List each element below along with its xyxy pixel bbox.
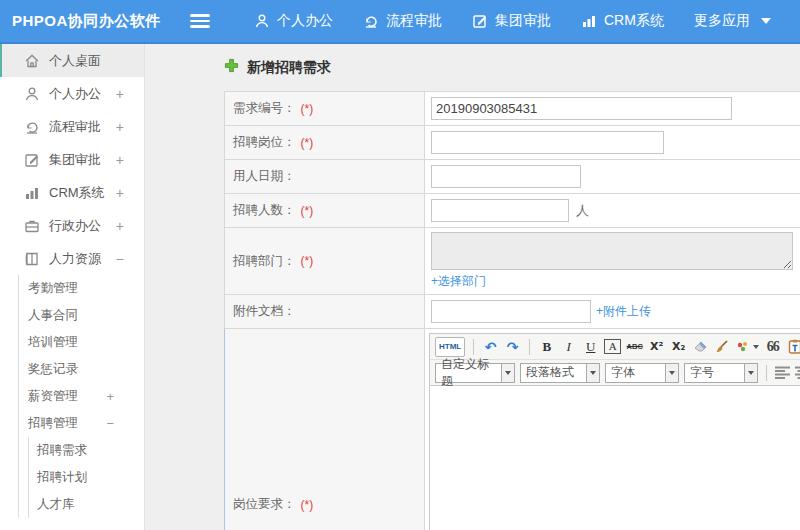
paragraph-format-dropdown[interactable]: 段落格式 (520, 363, 600, 383)
sidebar-item-recruit-plan[interactable]: 招聘计划 (29, 464, 144, 491)
nav-crm-system[interactable]: CRM系统 (573, 12, 672, 30)
sidebar-item-group-approval[interactable]: 集团审批 + (0, 143, 144, 176)
subscript-button[interactable]: X₂ (670, 337, 687, 357)
sidebar-item-label: 集团审批 (49, 151, 116, 169)
expand-plus-icon[interactable]: + (116, 152, 144, 168)
sidebar-item-label: CRM系统 (49, 184, 116, 202)
sidebar-item-label: 人力资源 (49, 250, 116, 268)
html-source-button[interactable]: HTML (435, 337, 465, 357)
redo-button[interactable]: ↷ (504, 337, 521, 357)
sidebar-item-reward-punishment[interactable]: 奖惩记录 (19, 356, 144, 383)
editor-toolbar-row2: 自定义标题 段落格式 字体 (430, 360, 800, 386)
format-brush-icon[interactable] (714, 337, 731, 357)
sidebar-item-label: 个人桌面 (49, 52, 144, 70)
paste-text-icon[interactable] (786, 337, 800, 357)
add-plus-icon (224, 58, 239, 77)
custom-title-dropdown[interactable]: 自定义标题 (435, 363, 515, 383)
field-label: 用人日期： (233, 168, 296, 185)
undo-button[interactable]: ↶ (482, 337, 499, 357)
sidebar-item-personal-desktop[interactable]: 个人桌面 (0, 44, 144, 77)
field-label: 附件文档： (233, 303, 296, 320)
superscript-button[interactable]: X² (648, 337, 665, 357)
italic-button[interactable]: I (560, 337, 577, 357)
font-style-button[interactable]: A (604, 339, 621, 354)
caret-down-icon[interactable] (744, 363, 758, 383)
toolbar-separator (473, 339, 474, 355)
caret-down-icon (753, 345, 759, 349)
collapse-minus-icon[interactable]: − (116, 251, 144, 267)
caret-down-icon[interactable] (665, 363, 679, 383)
bold-button[interactable]: B (538, 337, 555, 357)
recruit-department-textarea[interactable] (431, 232, 793, 270)
font-size-dropdown[interactable]: 字号 (684, 363, 758, 383)
edit-icon (24, 152, 40, 168)
expand-plus-icon[interactable]: + (116, 218, 144, 234)
main-content: 新增招聘需求 需求编号： (*) 招聘岗位： (*) (146, 44, 800, 530)
sidebar-item-personal-office[interactable]: 个人办公 + (0, 77, 144, 110)
sidebar-item-training-management[interactable]: 培训管理 (19, 329, 144, 356)
sidebar-item-label: 个人办公 (49, 85, 116, 103)
caret-down-icon[interactable] (501, 363, 515, 383)
field-label: 招聘部门： (233, 253, 296, 270)
sidebar-item-human-resources[interactable]: 人力资源 − (0, 242, 144, 275)
edit-icon (472, 13, 488, 29)
sidebar-item-recruit-management[interactable]: 招聘管理 − (19, 410, 144, 437)
align-center-icon[interactable] (795, 366, 800, 379)
sidebar-item-workflow-approval[interactable]: 流程审批 + (0, 110, 144, 143)
required-mark: (*) (301, 102, 314, 116)
expand-plus-icon[interactable]: + (116, 86, 144, 102)
required-mark: (*) (301, 498, 314, 512)
toolbar-separator (766, 365, 767, 381)
editor-content-area[interactable] (430, 386, 800, 530)
flow-icon (363, 13, 379, 29)
sidebar-item-attendance-management[interactable]: 考勤管理 (19, 275, 144, 302)
required-mark: (*) (301, 136, 314, 150)
page-title: 新增招聘需求 (224, 58, 800, 77)
eraser-icon[interactable] (692, 337, 709, 357)
attachment-upload-link[interactable]: +附件上传 (596, 303, 651, 320)
expand-plus-icon[interactable]: + (116, 119, 144, 135)
nav-label: 个人办公 (277, 12, 333, 30)
rich-text-editor: HTML ↶ ↷ B I U A ABC X² X₂ (429, 333, 800, 530)
expand-plus-icon[interactable]: + (106, 389, 144, 404)
app-window: PHPOA协同办公软件 个人办公 流程审批 (0, 0, 800, 530)
align-left-icon[interactable] (775, 366, 790, 379)
user-icon (254, 13, 270, 29)
paint-color-icon[interactable] (736, 337, 759, 357)
select-department-link[interactable]: +选择部门 (431, 273, 486, 290)
sidebar-menu: 个人桌面 个人办公 + 流程审批 + (0, 44, 145, 530)
underline-button[interactable]: U (582, 337, 599, 357)
caret-down-icon[interactable] (586, 363, 600, 383)
hamburger-menu-icon[interactable] (190, 14, 210, 28)
nav-group-approval[interactable]: 集团审批 (464, 12, 559, 30)
collapse-minus-icon[interactable]: − (106, 416, 144, 431)
flow-icon (24, 119, 40, 135)
form-row-requirement-no: 需求编号： (*) (224, 92, 800, 126)
sidebar-item-crm-system[interactable]: CRM系统 + (0, 176, 144, 209)
attachment-input[interactable] (431, 300, 591, 323)
nav-label: CRM系统 (604, 12, 664, 30)
book-icon (24, 251, 40, 267)
sidebar-item-talent-pool[interactable]: 人才库 (29, 491, 144, 518)
form-row-hire-date: 用人日期： (224, 160, 800, 194)
nav-label: 集团审批 (495, 12, 551, 30)
sidebar-item-admin-office[interactable]: 行政办公 + (0, 209, 144, 242)
recruit-position-input[interactable] (431, 131, 664, 154)
blockquote-button[interactable]: 66 (764, 337, 781, 357)
nav-workflow-approval[interactable]: 流程审批 (355, 12, 450, 30)
nav-personal-office[interactable]: 个人办公 (246, 12, 341, 30)
field-label: 需求编号： (233, 100, 296, 117)
hr-submenu: 考勤管理 人事合同 培训管理 奖惩记录 薪资管理 + 招聘管理 − 招聘需求 (18, 275, 144, 518)
hire-date-input[interactable] (431, 165, 581, 188)
font-family-dropdown[interactable]: 字体 (605, 363, 679, 383)
strikethrough-button[interactable]: ABC (626, 337, 643, 357)
required-mark: (*) (301, 204, 314, 218)
nav-more-apps[interactable]: 更多应用 (686, 12, 779, 30)
sidebar-item-salary-management[interactable]: 薪资管理 + (19, 383, 144, 410)
headcount-input[interactable] (431, 199, 569, 222)
form-row-recruit-department: 招聘部门： (*) +选择部门 (224, 228, 800, 295)
sidebar-item-personnel-contract[interactable]: 人事合同 (19, 302, 144, 329)
requirement-no-input[interactable] (431, 97, 732, 120)
expand-plus-icon[interactable]: + (116, 185, 144, 201)
sidebar-item-recruit-requirement[interactable]: 招聘需求 (29, 437, 144, 464)
